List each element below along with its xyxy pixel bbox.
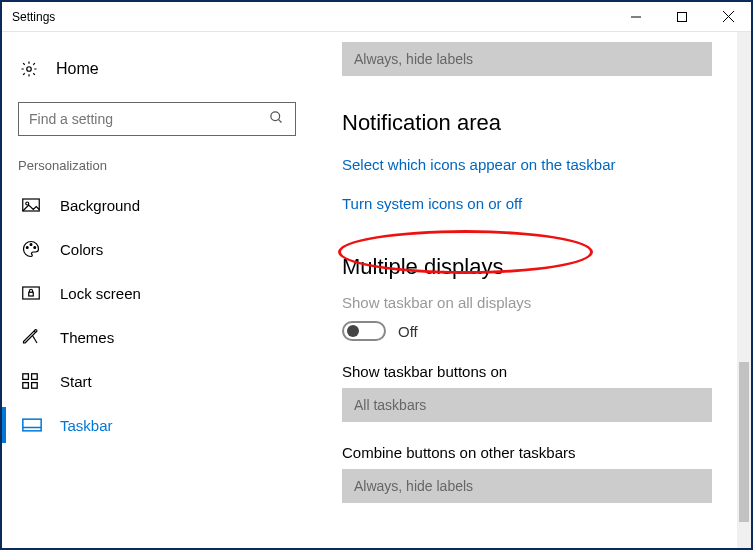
- sidebar-item-taskbar[interactable]: Taskbar: [18, 403, 296, 447]
- category-label: Personalization: [18, 158, 296, 173]
- main-pane: Always, hide labels Notification area Se…: [312, 32, 751, 548]
- link-system-icons[interactable]: Turn system icons on or off: [342, 195, 522, 212]
- combine-other-dropdown[interactable]: Always, hide labels: [342, 469, 712, 503]
- home-label: Home: [56, 60, 99, 78]
- taskbar-icon: [22, 418, 42, 432]
- combine-buttons-dropdown-top[interactable]: Always, hide labels: [342, 42, 712, 76]
- combine-other-label: Combine buttons on other taskbars: [342, 444, 729, 461]
- svg-rect-16: [23, 383, 29, 389]
- close-button[interactable]: [705, 2, 751, 32]
- home-nav[interactable]: Home: [18, 52, 296, 86]
- titlebar: Settings: [2, 2, 751, 32]
- colors-icon: [22, 240, 42, 258]
- search-box[interactable]: [18, 102, 296, 136]
- svg-point-11: [34, 247, 36, 249]
- svg-point-9: [26, 247, 28, 249]
- section-heading-multiple-displays: Multiple displays: [342, 254, 729, 280]
- svg-rect-13: [29, 292, 34, 296]
- sidebar-item-themes[interactable]: Themes: [18, 315, 296, 359]
- sidebar: Home Personalization Background: [2, 32, 312, 548]
- dropdown-value: Always, hide labels: [354, 51, 473, 67]
- minimize-button[interactable]: [613, 2, 659, 32]
- sidebar-item-background[interactable]: Background: [18, 183, 296, 227]
- svg-rect-1: [678, 12, 687, 21]
- toggle-state-label: Off: [398, 323, 418, 340]
- scrollbar-thumb[interactable]: [739, 362, 749, 522]
- sidebar-item-label: Colors: [60, 241, 103, 258]
- sidebar-item-label: Start: [60, 373, 92, 390]
- show-buttons-on-dropdown[interactable]: All taskbars: [342, 388, 712, 422]
- search-input[interactable]: [27, 110, 269, 128]
- show-on-all-toggle[interactable]: [342, 321, 386, 341]
- dropdown-value: Always, hide labels: [354, 478, 473, 494]
- svg-rect-18: [23, 419, 41, 431]
- sidebar-item-label: Taskbar: [60, 417, 113, 434]
- show-buttons-on-label: Show taskbar buttons on: [342, 363, 729, 380]
- svg-rect-17: [32, 383, 38, 389]
- svg-rect-14: [23, 374, 29, 380]
- scrollbar-track[interactable]: [737, 32, 751, 548]
- svg-point-10: [30, 244, 32, 246]
- sidebar-item-lock-screen[interactable]: Lock screen: [18, 271, 296, 315]
- sidebar-item-start[interactable]: Start: [18, 359, 296, 403]
- svg-point-8: [26, 202, 29, 205]
- sidebar-item-label: Background: [60, 197, 140, 214]
- search-icon: [269, 110, 285, 128]
- maximize-button[interactable]: [659, 2, 705, 32]
- sidebar-item-label: Lock screen: [60, 285, 141, 302]
- sidebar-item-label: Themes: [60, 329, 114, 346]
- svg-line-6: [278, 119, 281, 122]
- themes-icon: [22, 328, 42, 346]
- svg-point-5: [271, 112, 280, 121]
- show-on-all-label: Show taskbar on all displays: [342, 294, 729, 311]
- svg-rect-15: [32, 374, 38, 380]
- section-heading-notification-area: Notification area: [342, 110, 729, 136]
- link-select-icons[interactable]: Select which icons appear on the taskbar: [342, 156, 616, 173]
- start-icon: [22, 373, 42, 389]
- dropdown-value: All taskbars: [354, 397, 426, 413]
- background-icon: [22, 198, 42, 212]
- lock-screen-icon: [22, 286, 42, 300]
- nav-list: Background Colors Lock screen: [18, 183, 296, 447]
- window-title: Settings: [12, 10, 55, 24]
- sidebar-item-colors[interactable]: Colors: [18, 227, 296, 271]
- gear-icon: [20, 60, 40, 78]
- svg-point-4: [27, 67, 32, 72]
